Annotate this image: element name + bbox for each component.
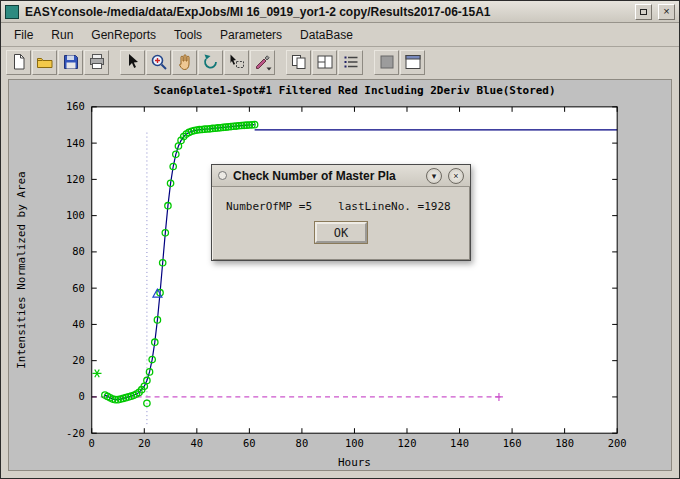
svg-text:Hours: Hours	[338, 456, 371, 469]
dialog-title: Check Number of Master Pla	[233, 169, 420, 183]
legend-list-icon[interactable]	[338, 50, 363, 75]
copy-icon[interactable]	[286, 50, 311, 75]
window-frame-icon[interactable]	[400, 50, 425, 75]
menu-item-database[interactable]: DataBase	[291, 24, 362, 46]
brush-dropdown-icon[interactable]	[250, 50, 275, 75]
dialog-field-numberofmp: NumberOfMP =5	[226, 200, 312, 213]
cursor-icon[interactable]	[120, 50, 145, 75]
svg-text:160: 160	[503, 437, 522, 449]
menu-item-parameters[interactable]: Parameters	[211, 24, 291, 46]
dialog-collapse-button[interactable]: ▾	[426, 168, 442, 184]
svg-text:120: 120	[398, 437, 417, 449]
new-file-icon[interactable]	[6, 50, 31, 75]
rotate-icon[interactable]	[198, 50, 223, 75]
menu-item-run[interactable]: Run	[42, 24, 82, 46]
svg-text:60: 60	[243, 437, 256, 449]
svg-text:120: 120	[66, 173, 85, 185]
svg-text:140: 140	[66, 137, 85, 149]
svg-text:Intensities Normalized by Area: Intensities Normalized by Area	[15, 171, 28, 368]
menu-item-genreports[interactable]: GenReports	[82, 24, 165, 46]
toolbar-separator	[364, 50, 373, 75]
dialog-field-lastlineno: lastLineNo. =1928	[338, 200, 451, 213]
svg-text:100: 100	[345, 437, 364, 449]
window-title: EASYconsole-/media/data/ExpJobs/MI 16_09…	[25, 5, 629, 19]
svg-text:160: 160	[66, 100, 85, 112]
chart-title: Scan6plate1-Spot#1 Filtered Red Includin…	[153, 84, 555, 97]
menu-item-file[interactable]: File	[5, 24, 42, 46]
svg-text:20: 20	[72, 354, 85, 366]
dialog-app-icon	[218, 171, 227, 180]
print-icon[interactable]	[84, 50, 109, 75]
maximize-icon	[640, 9, 647, 15]
svg-text:140: 140	[450, 437, 469, 449]
svg-text:180: 180	[555, 437, 574, 449]
dialog-check-number-of-master-plates: Check Number of Master Pla ▾ × NumberOfM…	[211, 164, 471, 261]
dialog-body: NumberOfMP =5 lastLineNo. =1928	[212, 187, 470, 213]
menu-item-tools[interactable]: Tools	[165, 24, 211, 46]
pan-hand-icon[interactable]	[172, 50, 197, 75]
svg-text:-20: -20	[66, 427, 85, 439]
select-region-icon[interactable]	[224, 50, 249, 75]
svg-text:200: 200	[608, 437, 627, 449]
titlebar[interactable]: EASYconsole-/media/data/ExpJobs/MI 16_09…	[1, 1, 679, 23]
toolbar	[1, 47, 679, 77]
svg-text:80: 80	[296, 437, 309, 449]
dialog-titlebar[interactable]: Check Number of Master Pla ▾ ×	[212, 165, 470, 187]
svg-text:0: 0	[89, 437, 95, 449]
dialog-ok-button[interactable]: OK	[315, 222, 367, 243]
dialog-close-button[interactable]: ×	[448, 168, 464, 184]
save-icon[interactable]	[58, 50, 83, 75]
app-window: EASYconsole-/media/data/ExpJobs/MI 16_09…	[0, 0, 680, 479]
svg-text:0: 0	[78, 390, 84, 402]
svg-text:60: 60	[72, 282, 85, 294]
svg-text:40: 40	[72, 318, 85, 330]
figure-area[interactable]: 020406080100120140160180200-200204060801…	[8, 79, 672, 471]
close-button[interactable]: ×	[658, 4, 675, 20]
subplots-icon[interactable]	[312, 50, 337, 75]
open-folder-icon[interactable]	[32, 50, 57, 75]
zoom-in-icon[interactable]	[146, 50, 171, 75]
svg-text:80: 80	[72, 245, 85, 257]
toolbar-separator	[110, 50, 119, 75]
app-icon[interactable]	[5, 5, 19, 19]
svg-text:100: 100	[66, 209, 85, 221]
swatch-icon[interactable]	[374, 50, 399, 75]
menubar: FileRunGenReportsToolsParametersDataBase	[1, 23, 679, 47]
toolbar-separator	[276, 50, 285, 75]
svg-text:20: 20	[138, 437, 151, 449]
svg-text:40: 40	[191, 437, 204, 449]
plot-canvas[interactable]: 020406080100120140160180200-200204060801…	[9, 80, 671, 470]
maximize-button[interactable]	[635, 4, 652, 20]
